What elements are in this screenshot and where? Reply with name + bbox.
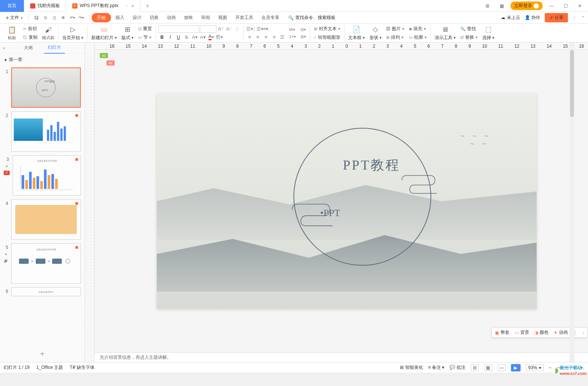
color-button[interactable]: ◑颜色 xyxy=(534,329,549,336)
tab-member[interactable]: 会员专享 xyxy=(258,13,283,22)
close-icon[interactable]: × xyxy=(131,3,134,9)
notes-toggle[interactable]: ≡ 备注 ▾ xyxy=(428,364,445,371)
textbox-button[interactable]: 📄 文本框 ▾ xyxy=(347,24,366,42)
reset-button[interactable]: ⊡ 重置 xyxy=(137,25,153,33)
thumbnail-6[interactable]: 这里是单列PPT xyxy=(11,287,81,296)
notes-area[interactable]: 先介绍背景信息，再进入主题讲解。 xyxy=(95,352,588,362)
tab-devtools[interactable]: 开发工具 xyxy=(232,13,257,22)
reading-view-button[interactable]: ▭ xyxy=(498,364,506,371)
sorter-view-button[interactable]: ▦ xyxy=(484,364,492,371)
slideshow-button[interactable]: ▶ xyxy=(511,364,521,371)
find-button[interactable]: 🔍 查找 xyxy=(459,25,479,33)
tab-transition[interactable]: 切换 xyxy=(146,13,162,22)
align-right-button[interactable]: ≡ xyxy=(262,34,270,41)
redo-icon[interactable]: ↷▾ xyxy=(78,15,85,21)
close-button[interactable]: ✕ xyxy=(575,1,585,11)
command-search[interactable]: 🔍 查找命令、搜索模板 xyxy=(288,15,336,21)
maximize-button[interactable]: ☐ xyxy=(560,1,571,11)
bold-button[interactable]: B xyxy=(158,34,166,41)
highlight-button[interactable]: A▾ xyxy=(199,34,207,41)
picture-button[interactable]: 🖼 图片 ▾ xyxy=(385,25,406,33)
italic-button[interactable]: I xyxy=(166,34,174,41)
numbering-button[interactable]: ⋮☰▾ xyxy=(254,25,261,33)
present-tools-button[interactable]: 🖥 演示工具 ▾ xyxy=(433,24,457,42)
tab-animation[interactable]: 动画 xyxy=(163,13,179,22)
comment-marker-2[interactable]: a1 xyxy=(107,60,115,66)
from-current-button[interactable]: ▷ 当页开始 ▾ xyxy=(61,24,85,42)
tab-design[interactable]: 设计 xyxy=(129,13,145,22)
fill-button[interactable]: ◆ 填充 ▾ xyxy=(407,25,428,33)
cloud-status[interactable]: ☁ 未上云 xyxy=(501,15,520,21)
background-button[interactable]: ▭背景 xyxy=(515,329,529,336)
save-icon[interactable]: 🖫 xyxy=(33,15,40,21)
tab-start[interactable]: 开始 xyxy=(92,13,111,22)
underline-button[interactable]: U xyxy=(175,34,182,41)
increase-font-icon[interactable]: A⁺ xyxy=(217,25,225,33)
align-center-button[interactable]: ≡ xyxy=(254,34,261,41)
tab-document[interactable]: P WPS PPT教程.pptx ▫ × xyxy=(66,0,140,12)
outline-tab[interactable]: 大纲 xyxy=(20,42,36,53)
add-slide-button[interactable]: + xyxy=(0,346,85,362)
comment-marker-1[interactable]: a1 xyxy=(100,53,108,58)
more-icon[interactable]: ⋮ xyxy=(572,15,577,20)
slide-subtitle[interactable]: •PPT xyxy=(320,208,340,219)
layout-icon[interactable]: ⊞ xyxy=(482,1,493,11)
collapse-ribbon-icon[interactable]: ⌃ xyxy=(581,15,585,20)
undo-icon[interactable]: ↶▾ xyxy=(69,15,76,21)
theme-name[interactable]: 1_Office 主题 xyxy=(36,364,63,371)
preview-icon[interactable]: 👁 xyxy=(60,15,67,21)
replace-button[interactable]: ⇄ 替换 ▾ xyxy=(459,34,479,41)
slide-canvas[interactable]: ~ ~ ~ ~ ~ PPT教程 •PPT xyxy=(157,94,537,309)
section-button[interactable]: ▭ 节 ▾ xyxy=(137,34,153,41)
v-align-button[interactable]: ⊟▾ xyxy=(299,26,308,33)
new-tab-button[interactable]: + xyxy=(140,3,154,9)
align-left-button[interactable]: ≡ xyxy=(246,34,253,41)
layout-button[interactable]: ⊞ 版式 ▾ xyxy=(120,24,135,42)
font-family-select[interactable] xyxy=(158,25,199,33)
smart-beautify-button[interactable]: ⊞ 智能美化 xyxy=(400,364,423,371)
missing-fonts-button[interactable]: T₽ 缺失字体 xyxy=(70,364,95,371)
text-direction-button[interactable]: IA▾ xyxy=(287,26,298,33)
smart-graphic-button[interactable]: ⟐ 转智能图形 xyxy=(312,34,342,41)
tab-templates[interactable]: 找稻壳模板 xyxy=(24,0,66,12)
minimize-button[interactable]: — xyxy=(546,1,557,11)
arrange-button[interactable]: ⊞ 排列 ▾ xyxy=(385,34,406,41)
vertical-scrollbar[interactable] xyxy=(569,42,575,362)
share-button[interactable]: ↗ 分享 xyxy=(545,13,568,22)
grid-icon[interactable]: ▦ xyxy=(496,1,507,11)
font-color-button[interactable]: A▾ xyxy=(207,34,215,41)
text-effects-button[interactable]: 舊▾ xyxy=(216,34,223,41)
new-slide-button[interactable]: ▭ 新建幻灯片 ▾ xyxy=(90,24,118,42)
select-button[interactable]: ⬚ 选择 ▾ xyxy=(481,24,496,42)
font-effect-button[interactable]: A▾ xyxy=(191,34,198,41)
thumbnail-1[interactable]: PPT教程 •PPT xyxy=(11,67,81,108)
tab-home[interactable]: 首页 xyxy=(0,0,24,12)
login-button[interactable]: 立即登录 xyxy=(511,1,543,10)
tab-view[interactable]: 视图 xyxy=(214,13,231,22)
slide-title[interactable]: PPT教程 xyxy=(343,156,400,174)
print-icon[interactable]: ⎙ xyxy=(51,15,58,21)
export-icon[interactable]: ⎘ xyxy=(42,15,49,21)
next-icon[interactable]: › xyxy=(583,330,584,335)
file-menu[interactable]: ≡ 文件 ∨ xyxy=(3,15,26,21)
thumbnail-2[interactable] xyxy=(11,111,81,152)
outline-button[interactable]: ▭ 轮廓 ▾ xyxy=(407,34,428,41)
slides-tab[interactable]: 幻灯片 xyxy=(44,42,65,54)
line-spacing-button[interactable]: ‡≡▾ xyxy=(287,34,298,40)
thumbnail-4[interactable] xyxy=(11,199,81,240)
align-text-button[interactable]: ⊞ 对齐文本 ▾ xyxy=(312,25,342,33)
slide-viewport[interactable]: a1 a1 ~ ~ ~ ~ ~ PPT教程 •PPT ▣整套 ▭背景 ◑颜色 xyxy=(95,50,588,352)
thumbnail-3[interactable]: 这里是单列文字内容 xyxy=(13,155,81,196)
clear-format-icon[interactable]: ♢ xyxy=(233,25,241,33)
animation-button[interactable]: ✦动画 xyxy=(554,329,568,336)
zoom-out-button[interactable]: − xyxy=(549,365,552,370)
comments-toggle[interactable]: 💬 批注 xyxy=(449,364,465,371)
strike-button[interactable]: S̶ xyxy=(183,34,190,41)
tab-slideshow[interactable]: 放映 xyxy=(180,13,197,22)
distribute-button[interactable]: ☰ xyxy=(279,34,286,41)
collab-button[interactable]: 👤 协作 xyxy=(525,15,540,21)
justify-button[interactable]: ≡ xyxy=(270,34,278,41)
zoom-control[interactable]: 93% ▾ xyxy=(526,364,544,371)
tab-menu-icon[interactable]: ▫ xyxy=(126,3,127,9)
format-painter-button[interactable]: 🖌 格式刷 xyxy=(41,25,56,41)
